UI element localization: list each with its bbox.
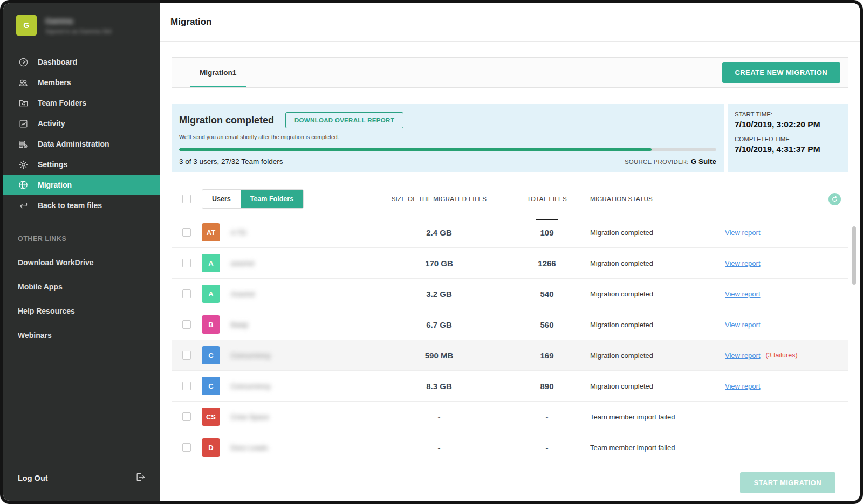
nav-item-label: Data Administration: [38, 140, 109, 148]
row-size: -: [374, 412, 504, 422]
table-footer: START MIGRATION: [172, 469, 848, 501]
source-provider-value: G Suite: [691, 157, 716, 165]
row-name: aravind: [229, 259, 374, 267]
row-status: Migration completed: [590, 259, 725, 267]
row-total-files: -: [546, 443, 549, 452]
progress-summary: 3 of 3 users, 27/32 Team folders: [179, 157, 283, 165]
start-migration-button[interactable]: START MIGRATION: [740, 472, 835, 493]
users-teamfolders-toggle: Users Team Folders: [202, 189, 304, 209]
migration-status-title: Migration completed: [179, 115, 274, 126]
start-time-label: START TIME:: [735, 111, 842, 118]
refresh-button[interactable]: [828, 193, 841, 205]
failures-badge: (3 failures): [766, 351, 798, 359]
sidebar-spacer: [3, 340, 160, 472]
page-title: Migration: [170, 17, 212, 27]
team-folders-icon: [18, 98, 29, 108]
row-checkbox[interactable]: [182, 289, 191, 298]
row-checkbox[interactable]: [182, 412, 191, 421]
tab-migration1-label: Migration1: [200, 68, 236, 77]
tab-migration1[interactable]: Migration1: [195, 58, 241, 87]
row-avatar: A: [202, 254, 220, 272]
view-report-link[interactable]: View report: [725, 259, 761, 267]
other-link-download-workdrive[interactable]: Download WorkDrive: [18, 258, 146, 267]
table-row[interactable]: B Balaji 6.7 GB 560 Migration completed …: [172, 309, 848, 340]
migration-status-banner: Migration completed DOWNLOAD OVERALL REP…: [172, 104, 848, 172]
main-area: Migration Migration1 CREATE NEW MIGRATIO…: [160, 3, 860, 501]
table-row[interactable]: A Aravind 3.2 GB 540 Migration completed…: [172, 278, 848, 309]
view-report-link[interactable]: View report: [725, 351, 761, 360]
toggle-team-folders[interactable]: Team Folders: [241, 190, 303, 208]
logout-icon: [135, 472, 146, 485]
sidebar-item-members[interactable]: Members: [3, 72, 160, 93]
table-row[interactable]: C Concurrency 590 MB 169 Migration compl…: [172, 340, 848, 370]
create-new-migration-button[interactable]: CREATE NEW MIGRATION: [722, 62, 840, 83]
progress-bar-fill: [179, 148, 652, 151]
tab-active-indicator: [190, 86, 246, 87]
row-size: 170 GB: [374, 259, 504, 268]
row-size: -: [374, 443, 504, 452]
row-size: 590 MB: [374, 351, 504, 360]
download-overall-report-button[interactable]: DOWNLOAD OVERALL REPORT: [285, 112, 403, 128]
other-link-webinars[interactable]: Webinars: [18, 331, 146, 340]
migration-tabbar: Migration1 CREATE NEW MIGRATION: [172, 57, 848, 88]
table-row[interactable]: CS Crew Space - - Team member import fai…: [172, 401, 848, 432]
org-profile[interactable]: G Gamma Signed in as Gamma Std: [3, 3, 160, 50]
sidebar-item-activity[interactable]: Activity: [3, 113, 160, 134]
sidebar-item-migration[interactable]: Migration: [3, 175, 160, 195]
sidebar-item-settings[interactable]: Settings: [3, 154, 160, 175]
row-checkbox[interactable]: [182, 443, 191, 452]
data-administration-icon: [18, 139, 29, 149]
sidebar-item-data-administration[interactable]: Data Administration: [3, 134, 160, 154]
other-links-title: OTHER LINKS: [18, 235, 146, 243]
migration-icon: [18, 179, 29, 190]
nav-item-label: Members: [38, 78, 71, 87]
sidebar: G Gamma Signed in as Gamma Std Dashboard…: [3, 3, 160, 501]
column-header-size: SIZE OF THE MIGRATED FILES: [374, 196, 504, 202]
row-name: Crew Space: [229, 413, 374, 421]
view-report-link[interactable]: View report: [725, 290, 761, 298]
page-header: Migration: [160, 3, 860, 42]
table-row[interactable]: C Concurrency 8.3 GB 890 Migration compl…: [172, 370, 848, 401]
nav-item-label: Team Folders: [38, 99, 86, 107]
row-checkbox[interactable]: [182, 382, 191, 390]
other-link-help-resources[interactable]: Help Resources: [18, 307, 146, 315]
logout-label: Log Out: [18, 474, 48, 482]
sidebar-nav: Dashboard Members Team Folders Activity …: [3, 52, 160, 216]
dashboard-icon: [18, 57, 29, 67]
view-report-link[interactable]: View report: [725, 321, 761, 329]
completed-time-value: 7/10/2019, 4:31:37 PM: [735, 144, 842, 154]
row-size: 6.7 GB: [374, 320, 504, 329]
select-all-checkbox[interactable]: [182, 195, 191, 203]
view-report-link[interactable]: View report: [725, 229, 761, 237]
row-avatar: AT: [202, 223, 220, 241]
row-total-files: 540: [540, 289, 553, 299]
row-avatar: A: [202, 285, 220, 303]
row-checkbox[interactable]: [182, 228, 191, 237]
start-time-value: 7/10/2019, 3:02:20 PM: [735, 120, 842, 129]
row-size: 2.4 GB: [374, 228, 504, 237]
table-row[interactable]: A aravind 170 GB 1266 Migration complete…: [172, 247, 848, 278]
logout-button[interactable]: Log Out: [3, 472, 160, 501]
table-row[interactable]: D Docs Leads - - Team member import fail…: [172, 432, 848, 462]
row-name: Balaji: [229, 321, 374, 329]
row-checkbox[interactable]: [182, 351, 191, 360]
sidebar-item-dashboard[interactable]: Dashboard: [3, 52, 160, 72]
time-card: START TIME: 7/10/2019, 3:02:20 PM COMPLE…: [728, 104, 848, 172]
nav-item-label: Activity: [38, 119, 65, 128]
view-report-link[interactable]: View report: [725, 382, 761, 390]
row-checkbox[interactable]: [182, 320, 191, 329]
toggle-users[interactable]: Users: [202, 190, 241, 208]
row-avatar: CS: [202, 408, 220, 426]
progress-bar: [179, 148, 716, 151]
table-row[interactable]: AT A TD 2.4 GB 109 Migration completed V…: [172, 217, 848, 247]
row-checkbox[interactable]: [182, 259, 191, 267]
row-status: Team member import failed: [590, 413, 725, 421]
source-provider: SOURCE PROVIDER:G Suite: [625, 157, 716, 165]
scrollbar-thumb[interactable]: [852, 226, 856, 285]
settings-icon: [18, 159, 29, 170]
sidebar-item-team-folders[interactable]: Team Folders: [3, 93, 160, 113]
sidebar-item-back-to-team-files[interactable]: Back to team files: [3, 195, 160, 216]
other-link-mobile-apps[interactable]: Mobile Apps: [18, 282, 146, 291]
row-name: Concurrency: [229, 351, 374, 360]
org-profile-text: Gamma Signed in as Gamma Std: [45, 17, 111, 34]
